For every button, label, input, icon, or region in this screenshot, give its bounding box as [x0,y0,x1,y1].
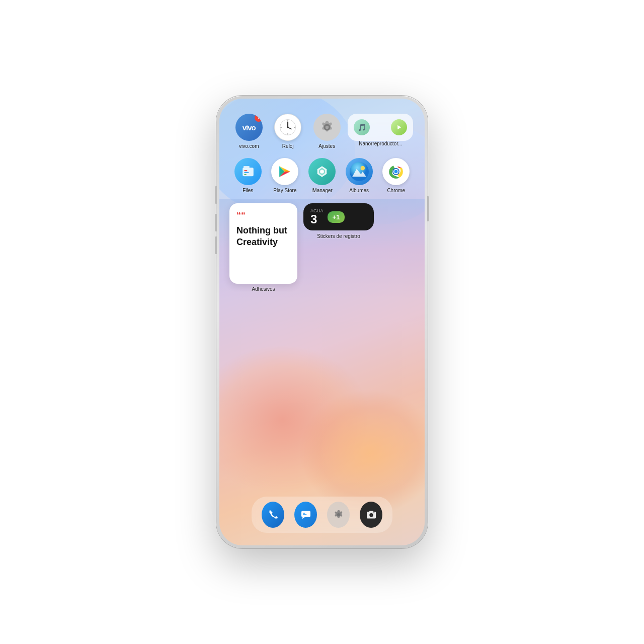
home-screen: vivo 1 vivo.com [219,99,425,545]
dock-messages[interactable] [294,502,317,528]
files-label: Files [243,188,253,193]
sticker-badge: +1 [328,211,345,223]
svg-point-17 [350,162,369,181]
app-playstore[interactable]: Play Store [267,158,303,193]
sticker-info: Agua 3 [310,208,324,225]
app-imanager[interactable]: iManager [304,158,340,193]
files-icon [234,158,262,185]
ajustes-label: Ajustes [318,143,335,149]
imanager-icon [308,158,336,185]
svg-rect-25 [303,513,305,514]
media-icon-left: 🎵 [354,119,370,135]
media-widget[interactable]: 🎵 [348,114,413,141]
svg-point-16 [320,170,324,174]
media-label: Nanorreproductor... [359,141,402,146]
dock-phone[interactable] [262,502,284,528]
vivo-label: vivo.com [239,143,259,149]
sticky-widget-wrapper: ““ Nothing but Creativity Adhesivos [229,203,297,292]
svg-rect-9 [244,166,250,168]
clock-icon [274,114,301,141]
vivo-badge: 1 [255,114,263,122]
svg-rect-26 [303,514,307,515]
sticky-widget-label: Adhesivos [252,286,275,292]
chrome-icon [382,158,410,185]
svg-point-30 [370,514,372,516]
phone-screen: vivo 1 vivo.com [219,99,425,545]
albums-label: Álbumes [349,188,369,193]
svg-point-19 [360,166,365,171]
svg-point-22 [394,170,398,174]
phone-device: vivo 1 vivo.com [216,96,428,548]
app-ajustes[interactable]: Ajustes [309,114,345,149]
stickers-widget[interactable]: Agua 3 +1 Stickers de registro [303,203,374,239]
media-play-btn[interactable] [391,119,407,135]
app-vivo[interactable]: vivo 1 vivo.com [231,114,267,149]
sticky-widget[interactable]: ““ Nothing but Creativity [229,203,297,284]
albums-icon [346,158,373,185]
chrome-label: Chrome [387,188,405,193]
vivo-icon: vivo 1 [235,114,263,141]
svg-marker-8 [397,125,401,129]
svg-rect-13 [244,174,247,175]
app-albums[interactable]: Álbumes [341,158,377,193]
sticky-text: Nothing but Creativity [236,225,290,249]
svg-rect-11 [244,170,247,171]
sticker-count: 3 [310,213,324,225]
dock-settings-2[interactable] [327,502,350,528]
stickers-label: Stickers de registro [317,233,360,239]
sticky-quote-icon: ““ [236,210,290,221]
widgets-row: ““ Nothing but Creativity Adhesivos Agua… [229,203,415,292]
app-files[interactable]: Files [230,158,266,193]
playstore-label: Play Store [273,188,296,193]
app-row-2: Files [229,158,415,193]
clock-label: Reloj [282,143,294,149]
playstore-icon [271,158,298,185]
svg-marker-24 [301,517,305,520]
app-clock[interactable]: Reloj [270,114,306,149]
svg-rect-23 [301,511,310,517]
app-row-1: vivo 1 vivo.com [229,114,415,149]
sticker-counter: Agua 3 +1 [303,203,374,230]
svg-rect-12 [244,172,249,173]
svg-point-3 [287,126,289,128]
svg-point-31 [373,512,374,513]
settings-icon [313,114,341,141]
app-chrome[interactable]: Chrome [378,158,414,193]
media-widget-wrapper: 🎵 Nanorreproductor... [348,114,413,146]
dock [252,497,392,533]
dock-camera[interactable] [360,502,382,528]
imanager-label: iManager [311,188,333,193]
